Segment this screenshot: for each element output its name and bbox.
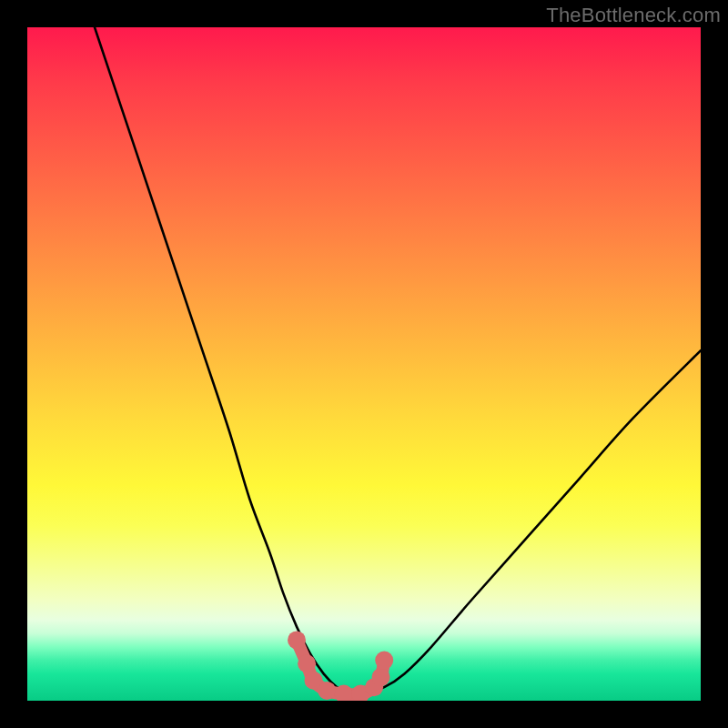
bottleneck-curve-path (95, 27, 701, 695)
chart-frame: TheBottleneck.com (0, 0, 728, 728)
highlight-dot (288, 631, 306, 649)
highlight-dot (318, 682, 336, 700)
plot-area (27, 27, 701, 701)
highlight-dot (375, 652, 393, 670)
curve-svg (27, 27, 701, 701)
highlight-dot (372, 668, 390, 686)
highlight-dots-group (288, 631, 393, 701)
highlight-dot (298, 654, 316, 672)
watermark-text: TheBottleneck.com (546, 4, 721, 27)
